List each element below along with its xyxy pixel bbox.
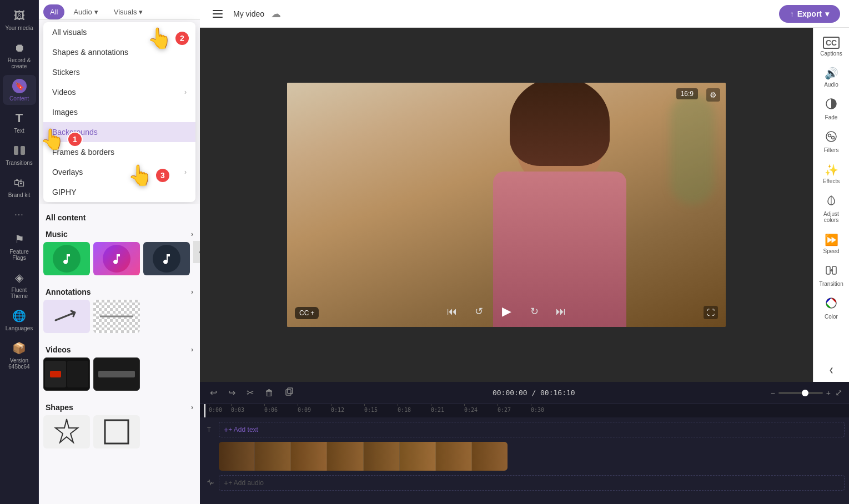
dropdown-item-backgrounds[interactable]: Backgrounds (43, 122, 195, 142)
redo-btn[interactable]: ↪ (225, 385, 239, 400)
timeline-toolbar: ↩ ↪ ✂ 🗑 00:00:00 / 00:16:10 − + ⤢ (200, 382, 849, 404)
video-frame (287, 83, 726, 327)
video-title[interactable]: My video (233, 9, 264, 18)
tab-visuals[interactable]: Visuals ▾ (107, 4, 150, 19)
rewind-btn[interactable]: ↺ (470, 303, 488, 320)
tab-all[interactable]: All (43, 4, 64, 19)
annotations-grid (43, 300, 195, 333)
version-icon: 📦 (12, 340, 27, 356)
sidebar-item-feature-flags[interactable]: ⚑ FeatureFlags (3, 228, 36, 264)
sidebar-item-fluent-theme[interactable]: ◈ FluentTheme (3, 266, 36, 303)
annotation-thumb-2[interactable] (93, 300, 140, 333)
text-track-row: T + + Add text (200, 420, 849, 440)
right-panel-collapse-btn[interactable]: ❮ (815, 362, 847, 377)
delete-btn[interactable]: 🗑 (262, 386, 277, 400)
timeline-expand-btn[interactable]: ⤢ (835, 387, 842, 398)
audio-icon: 🔊 (825, 67, 838, 80)
video-thumb-1[interactable] (43, 357, 90, 391)
content-icon: 🔖 (12, 78, 27, 94)
skip-to-start-btn[interactable]: ⏮ (443, 303, 461, 320)
fluent-theme-icon: ◈ (12, 270, 27, 285)
fast-forward-btn[interactable]: ↻ (525, 303, 543, 320)
closed-captions-btn[interactable]: CC + (295, 307, 319, 319)
sidebar-item-more[interactable]: ··· (3, 204, 36, 226)
play-pause-btn[interactable]: ▶ (496, 301, 516, 321)
transition-btn[interactable]: Transition (815, 260, 847, 291)
music-thumb-1[interactable] (43, 242, 90, 275)
sidebar-item-languages[interactable]: 🌐 Languages (3, 305, 36, 335)
sidebar-item-record[interactable]: ⏺ Record &create (3, 37, 36, 73)
music-thumb-3[interactable] (143, 242, 190, 275)
add-text-track[interactable]: + + Add text (219, 422, 845, 437)
sidebar-item-your-media[interactable]: 🖼 Your media (3, 4, 36, 34)
dropdown-item-shapes[interactable]: Shapes & annotations (43, 42, 195, 62)
panel-collapse-btn[interactable]: ‹ (193, 241, 200, 263)
undo-btn[interactable]: ↩ (207, 385, 220, 400)
dropdown-item-stickers[interactable]: Stickers (43, 62, 195, 82)
shape-thumb-1[interactable] (43, 415, 90, 448)
text-track-label: T (204, 426, 215, 434)
video-track-clip-area (219, 442, 845, 471)
dropdown-item-images[interactable]: Images (43, 102, 195, 122)
zoom-in-btn[interactable]: + (826, 389, 831, 397)
transition-icon (825, 264, 837, 279)
speed-btn[interactable]: ⏩ Speed (815, 229, 847, 259)
preview-settings-btn[interactable]: ⚙ (706, 88, 720, 102)
music-thumb-2[interactable] (93, 242, 140, 275)
video-preview: CC + ⏮ ↺ ▶ ↻ ⏭ ⛶ ⚙ 16:9 ? (287, 83, 726, 327)
video-thumb-2[interactable] (93, 357, 140, 391)
visuals-dropdown: All visuals Shapes & annotations Sticker… (43, 22, 195, 202)
adjust-colors-icon (825, 194, 837, 209)
all-content-heading: All content (43, 209, 195, 224)
video-track-row (200, 440, 849, 473)
music-section-header[interactable]: Music › (43, 224, 195, 242)
svg-rect-2 (14, 146, 18, 155)
annotation-thumb-1[interactable] (43, 300, 90, 333)
sidebar-item-transitions[interactable]: Transitions (3, 139, 36, 169)
shapes-section-header[interactable]: Shapes › (43, 397, 195, 415)
chevron-right-icon-2: › (184, 168, 187, 176)
timeline-area: ↩ ↪ ✂ 🗑 00:00:00 / 00:16:10 − + ⤢ (200, 382, 849, 504)
annotations-arrow-icon: › (191, 288, 193, 296)
cloud-save-icon[interactable]: ☁ (271, 8, 281, 20)
effects-btn[interactable]: ✨ Effects (815, 159, 847, 189)
zoom-out-btn[interactable]: − (771, 389, 775, 397)
annotations-section-header[interactable]: Annotations › (43, 282, 195, 300)
duplicate-btn[interactable] (282, 385, 297, 401)
svg-rect-17 (286, 390, 291, 395)
dropdown-item-giphy[interactable]: GIPHY (43, 182, 195, 202)
dropdown-item-overlays[interactable]: Overlays › (43, 162, 195, 182)
adjust-colors-btn[interactable]: Adjustcolors (815, 190, 847, 228)
shape-thumb-2[interactable] (93, 415, 140, 448)
add-audio-track[interactable]: + + Add audio (219, 475, 845, 491)
video-clip[interactable] (219, 442, 508, 471)
aspect-ratio-badge: 16:9 (676, 88, 698, 99)
chevron-right-icon: › (184, 88, 187, 96)
playhead[interactable] (204, 404, 205, 417)
color-btn[interactable]: Color (815, 293, 847, 324)
timeline-ruler: 0:00 0:03 0:06 0:09 (200, 404, 849, 417)
sidebar-item-content[interactable]: 🔖 Content (3, 75, 36, 105)
dropdown-item-videos[interactable]: Videos › (43, 82, 195, 102)
filters-btn[interactable]: Filters (815, 126, 847, 158)
fullscreen-btn[interactable]: ⛶ (704, 306, 718, 319)
dropdown-item-frames[interactable]: Frames & borders (43, 142, 195, 162)
svg-marker-6 (56, 419, 78, 442)
tab-audio[interactable]: Audio ▾ (67, 4, 104, 19)
captions-btn[interactable]: CC Captions (815, 32, 847, 61)
export-button[interactable]: ↑ Export ▾ (779, 5, 840, 23)
sidebar-item-brand-kit[interactable]: 🛍 Brand kit (3, 172, 36, 201)
svg-rect-14 (832, 266, 836, 274)
sidebar-item-text[interactable]: T Text (3, 107, 36, 137)
videos-section-header[interactable]: Videos › (43, 340, 195, 357)
effects-icon: ✨ (825, 163, 838, 177)
skip-to-end-btn[interactable]: ⏭ (552, 303, 570, 320)
sidebar-item-version[interactable]: 📦 Version645bc64 (3, 337, 36, 373)
audio-btn[interactable]: 🔊 Audio (815, 62, 847, 92)
zoom-slider[interactable] (778, 392, 823, 394)
hamburger-menu-btn[interactable] (209, 5, 227, 23)
fade-btn[interactable]: Fade (815, 93, 847, 125)
feature-flags-icon: ⚑ (12, 231, 27, 247)
dropdown-item-all-visuals[interactable]: All visuals (43, 22, 195, 42)
cut-btn[interactable]: ✂ (243, 385, 257, 400)
